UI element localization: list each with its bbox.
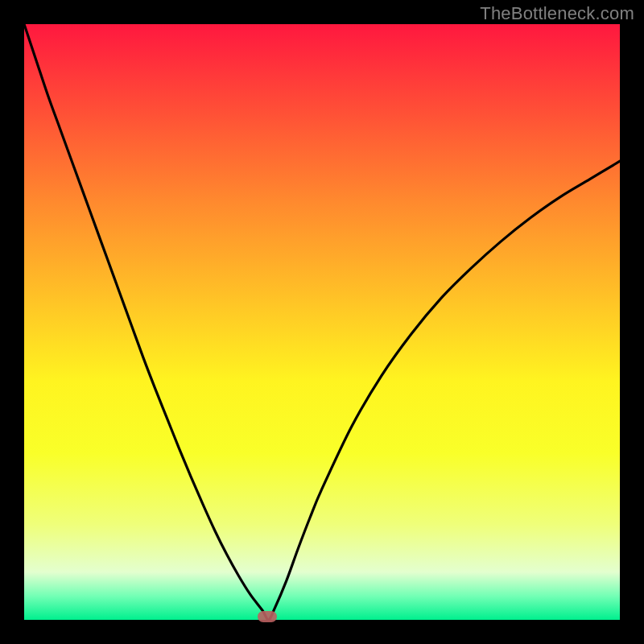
plot-area <box>24 24 620 620</box>
curve-svg <box>24 24 620 620</box>
chart-frame: TheBottleneck.com <box>0 0 644 644</box>
optimal-marker <box>258 611 277 622</box>
watermark-text: TheBottleneck.com <box>480 3 634 24</box>
bottleneck-curve <box>24 24 620 620</box>
